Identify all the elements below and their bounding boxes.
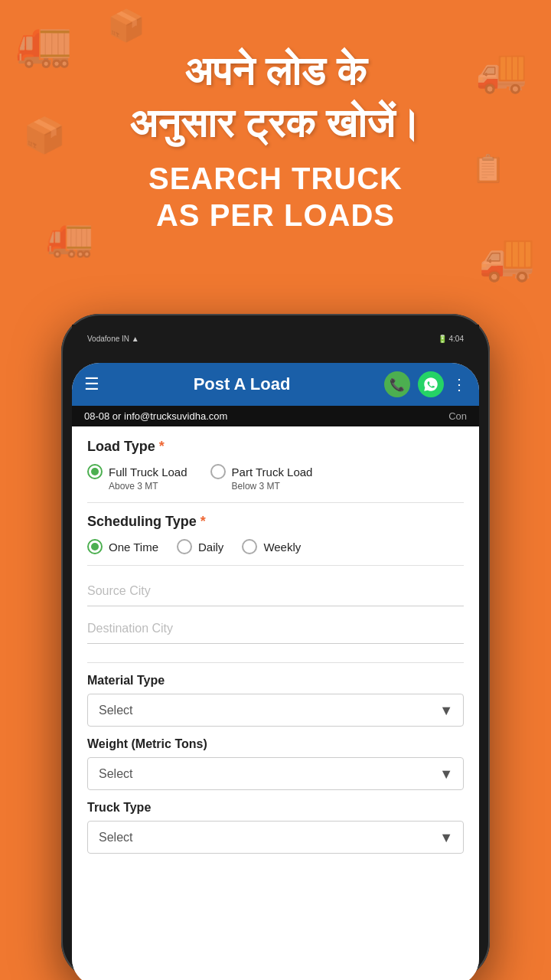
scheduling-type-label: Scheduling Type * xyxy=(87,514,464,530)
promo-header: अपने लोड के अनुसार ट्रक खोजें। SEARCH TR… xyxy=(0,0,551,234)
weight-label: Weight (Metric Tons) xyxy=(87,737,464,751)
one-time-radio[interactable] xyxy=(87,539,103,554)
full-truck-label: Full Truck Load xyxy=(109,466,187,479)
app-title: Post A Load xyxy=(109,374,375,394)
status-bar: Vodafone IN ▲ 🔋 4:04 xyxy=(72,325,479,352)
material-type-wrapper[interactable]: Select ▼ xyxy=(87,694,464,727)
full-truck-option[interactable]: Full Truck Load Above 3 MT xyxy=(87,464,187,492)
phone-screen: ☰ Post A Load 📞 ⋮ 08-08 or info@trucksuv… xyxy=(72,363,479,980)
app-header: ☰ Post A Load 📞 ⋮ xyxy=(72,363,479,406)
divider-3 xyxy=(87,662,464,663)
truck-type-section: Truck Type Select ▼ xyxy=(87,801,464,854)
divider-2 xyxy=(87,565,464,566)
form-area: Load Type * Full Truck Load Above 3 MT xyxy=(72,426,479,980)
material-type-section: Material Type Select ▼ xyxy=(87,674,464,727)
daily-option[interactable]: Daily xyxy=(177,539,223,554)
menu-icon[interactable]: ☰ xyxy=(84,374,99,394)
divider-1 xyxy=(87,502,464,503)
phone-mockup: Vodafone IN ▲ 🔋 4:04 ☰ Post A Load 📞 ⋮ xyxy=(61,314,490,980)
english-line2: AS PER LOADS xyxy=(0,197,551,234)
info-contact: 08-08 or info@trucksuvidha.com xyxy=(84,410,227,422)
material-type-label: Material Type xyxy=(87,674,464,688)
part-truck-radio[interactable] xyxy=(210,464,226,479)
full-truck-radio[interactable] xyxy=(87,464,103,479)
destination-city-input[interactable] xyxy=(87,614,464,644)
destination-city-field[interactable] xyxy=(87,614,464,652)
status-carrier: Vodafone IN ▲ xyxy=(87,335,139,343)
status-time-battery: 🔋 4:04 xyxy=(438,335,464,343)
call-icon[interactable]: 📞 xyxy=(384,371,410,397)
truck-type-label: Truck Type xyxy=(87,801,464,815)
daily-radio[interactable] xyxy=(177,539,192,554)
whatsapp-icon[interactable] xyxy=(418,371,444,397)
weekly-label: Weekly xyxy=(263,541,301,554)
daily-label: Daily xyxy=(198,541,223,554)
scheduling-required: * xyxy=(201,514,206,529)
load-type-options: Full Truck Load Above 3 MT Part Truck Lo… xyxy=(87,464,464,492)
english-line1: SEARCH TRUCK xyxy=(0,160,551,197)
source-city-field[interactable] xyxy=(87,577,464,614)
part-truck-sublabel: Below 3 MT xyxy=(232,481,280,492)
info-banner: 08-08 or info@trucksuvidha.com Con xyxy=(72,406,479,426)
scheduling-type-section: Scheduling Type * One Time Daily xyxy=(87,514,464,554)
part-truck-label: Part Truck Load xyxy=(232,466,313,479)
truck-type-wrapper[interactable]: Select ▼ xyxy=(87,821,464,854)
weekly-radio[interactable] xyxy=(242,539,257,554)
weight-select[interactable]: Select xyxy=(87,757,464,790)
one-time-label: One Time xyxy=(109,541,158,554)
more-options-icon[interactable]: ⋮ xyxy=(452,375,467,394)
weekly-option[interactable]: Weekly xyxy=(242,539,301,554)
header-action-icons: 📞 ⋮ xyxy=(384,371,467,397)
truck-type-select[interactable]: Select xyxy=(87,821,464,854)
hindi-line2: अनुसार ट्रक खोजें। xyxy=(0,98,551,150)
weight-wrapper[interactable]: Select ▼ xyxy=(87,757,464,790)
source-city-input[interactable] xyxy=(87,577,464,606)
load-type-required: * xyxy=(159,439,165,454)
load-type-section: Load Type * Full Truck Load Above 3 MT xyxy=(87,439,464,492)
weight-section: Weight (Metric Tons) Select ▼ xyxy=(87,737,464,790)
full-truck-sublabel: Above 3 MT xyxy=(109,481,158,492)
part-truck-option[interactable]: Part Truck Load Below 3 MT xyxy=(210,464,313,492)
load-type-label: Load Type * xyxy=(87,439,464,455)
scheduling-options: One Time Daily Weekly xyxy=(87,539,464,554)
info-right: Con xyxy=(448,410,467,422)
one-time-option[interactable]: One Time xyxy=(87,539,158,554)
material-type-select[interactable]: Select xyxy=(87,694,464,727)
hindi-line1: अपने लोड के xyxy=(0,46,551,98)
